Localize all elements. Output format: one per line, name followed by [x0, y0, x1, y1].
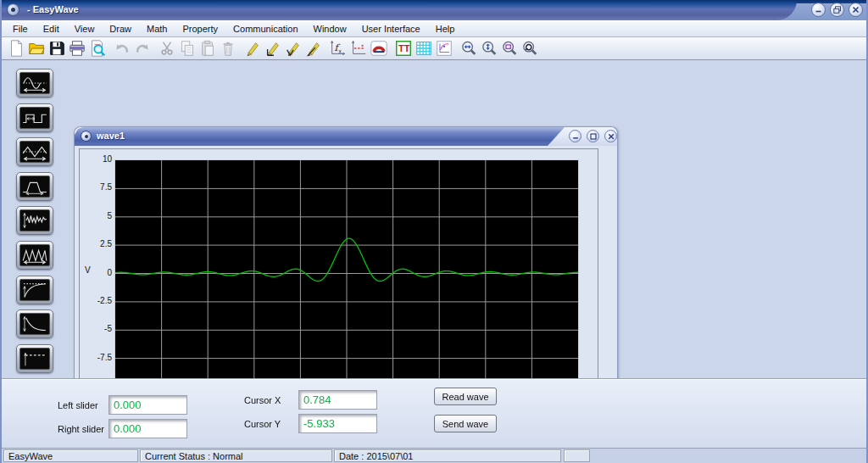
wave-dc-icon — [19, 348, 50, 370]
cursor-x-input[interactable] — [298, 390, 377, 410]
zoom-box-button[interactable] — [499, 38, 520, 59]
plot-properties-button[interactable] — [434, 38, 454, 59]
toolbar: fxTT — [2, 37, 868, 60]
paste-button[interactable] — [198, 38, 218, 59]
close-icon — [608, 133, 615, 140]
draw-horizontal-button[interactable] — [263, 38, 283, 59]
svg-text:x: x — [338, 48, 342, 54]
wave-exp-fall-button[interactable] — [16, 310, 53, 338]
menu-draw[interactable]: Draw — [102, 22, 139, 36]
app-icon — [7, 3, 19, 16]
close-button[interactable] — [849, 3, 863, 17]
wave-exp-rise-button[interactable] — [16, 276, 53, 304]
menu-bar: FileEditViewDrawMathPropertyCommunicatio… — [2, 20, 868, 37]
control-panel: Left slider Right slider Cursor X Cursor… — [2, 379, 868, 448]
open-button[interactable] — [26, 38, 47, 59]
menu-communication[interactable]: Communication — [225, 22, 305, 36]
wave-pulse-icon — [19, 176, 50, 198]
redo-button[interactable] — [132, 38, 153, 59]
left-slider-input[interactable] — [108, 395, 187, 415]
y-tick: 7.5 — [80, 182, 112, 192]
window-title: - EasyWave — [27, 4, 79, 14]
wave-pulse-button[interactable] — [16, 172, 53, 201]
cursor-y-label: Cursor Y — [244, 419, 281, 429]
menu-edit[interactable]: Edit — [36, 22, 67, 36]
print-preview-button[interactable] — [87, 38, 108, 59]
marker-button[interactable]: TT — [393, 38, 414, 59]
save-button[interactable] — [47, 38, 67, 59]
zoom-vertical-button[interactable] — [479, 38, 499, 59]
wave-triangle-button[interactable] — [16, 137, 53, 166]
y-tick: -7.5 — [80, 353, 112, 362]
read-wave-button[interactable]: Read wave — [434, 388, 497, 405]
grid-icon — [415, 39, 433, 58]
delete-icon — [219, 39, 237, 58]
copy-button[interactable] — [177, 38, 198, 59]
draw-freehand-button[interactable] — [242, 38, 263, 59]
print-preview-icon — [88, 39, 107, 58]
title-bar-band — [2, 0, 797, 20]
wave1-minimize-button[interactable] — [569, 130, 581, 142]
y-tick: -2.5 — [80, 296, 112, 305]
draw-line-icon — [304, 39, 323, 58]
open-icon — [27, 39, 46, 58]
zoom-vertical-icon — [480, 39, 498, 58]
delete-button[interactable] — [218, 38, 238, 59]
send-wave-button[interactable]: Send wave — [434, 415, 497, 432]
status-date: Date : 2015\07\01 — [334, 449, 561, 462]
grid-button[interactable] — [414, 38, 434, 59]
restore-icon — [833, 6, 842, 14]
draw-vertical-button[interactable] — [283, 38, 303, 59]
svg-text:TT: TT — [398, 43, 410, 53]
wave-square-button[interactable] — [16, 103, 53, 132]
wave1-close-button[interactable] — [604, 130, 617, 142]
y-tick: -5 — [80, 324, 112, 333]
paste-icon — [198, 39, 217, 58]
y-tick: 10 — [80, 154, 112, 164]
wave-sawtooth-icon — [19, 244, 50, 266]
coordinate-draw-button[interactable] — [348, 38, 369, 59]
waveform-canvas[interactable] — [114, 159, 579, 388]
equation-button[interactable]: fx — [328, 38, 348, 59]
zoom-reset-button[interactable] — [520, 38, 540, 59]
wave1-title: wave1 — [97, 131, 125, 141]
draw-vertical-icon — [284, 39, 303, 58]
copy-icon — [178, 39, 197, 58]
wave1-window-icon — [81, 131, 92, 142]
menu-file[interactable]: File — [5, 22, 36, 36]
maximize-icon — [590, 133, 597, 140]
menu-view[interactable]: View — [67, 22, 103, 36]
menu-window[interactable]: Window — [306, 22, 354, 36]
menu-math[interactable]: Math — [139, 22, 175, 36]
wave-dc-button[interactable] — [16, 344, 53, 373]
wave-noise-button[interactable] — [16, 206, 53, 235]
y-tick: 5 — [80, 211, 112, 220]
wave-sawtooth-button[interactable] — [16, 241, 53, 270]
right-slider-input[interactable] — [108, 419, 187, 438]
y-tick: 0 — [80, 268, 112, 277]
cut-button[interactable] — [157, 38, 177, 59]
wave1-maximize-button[interactable] — [587, 130, 599, 142]
print-button[interactable] — [67, 38, 87, 59]
undo-icon — [113, 39, 131, 58]
zoom-horizontal-button[interactable] — [459, 38, 479, 59]
menu-property[interactable]: Property — [175, 22, 226, 36]
equation-icon: fx — [329, 39, 348, 58]
wave-exp-rise-icon — [19, 279, 50, 301]
draw-line-button[interactable] — [303, 38, 324, 59]
cursor-y-input[interactable] — [298, 414, 377, 433]
undo-button[interactable] — [112, 38, 132, 59]
smooth-button[interactable] — [369, 38, 389, 59]
wave-sine-button[interactable] — [16, 69, 53, 98]
restore-button[interactable] — [830, 3, 844, 17]
window-controls — [811, 3, 863, 17]
menu-help[interactable]: Help — [428, 22, 463, 36]
zoom-horizontal-icon — [459, 39, 478, 58]
minimize-icon — [815, 6, 822, 14]
new-button[interactable] — [6, 38, 26, 59]
menu-user-interface[interactable]: User Interface — [354, 22, 428, 36]
wave1-title-band — [75, 127, 617, 146]
coordinate-draw-icon — [349, 39, 368, 58]
left-slider-label: Left slider — [58, 400, 98, 410]
minimize-button[interactable] — [811, 3, 826, 17]
